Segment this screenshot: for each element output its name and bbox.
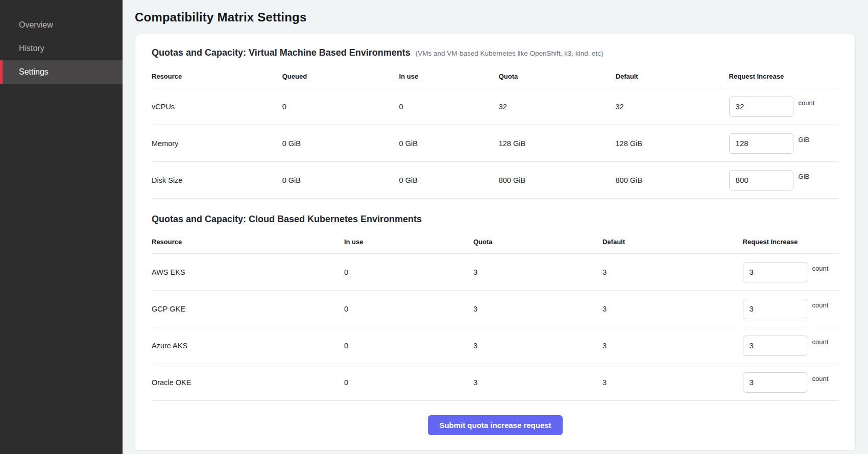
table-row: GCP GKE 0 3 3 count [152,291,839,327]
queued-value: 0 GiB [282,125,399,162]
vm-section-title: Quotas and Capacity: Virtual Machine Bas… [152,47,411,58]
in-use-value: 0 [399,88,499,125]
queued-value: 0 GiB [282,162,399,199]
oracle-oke-request-input[interactable] [743,372,807,393]
disk-size-request-input[interactable] [729,170,793,190]
default-value: 800 GiB [616,162,729,199]
table-row: Azure AKS 0 3 3 count [152,327,839,364]
resource-name: Azure AKS [152,327,344,364]
cloud-col-in-use: In use [344,230,473,254]
unit-label: GiB [799,136,810,144]
cloud-table-header-row: Resource In use Quota Default Request In… [152,230,839,254]
quota-value: 3 [473,327,602,364]
default-value: 3 [602,254,743,291]
vm-quota-table: Resource Queued In use Quota Default Req… [152,64,839,199]
table-row: Disk Size 0 GiB 0 GiB 800 GiB 800 GiB Gi… [152,162,839,199]
resource-name: Oracle OKE [152,364,344,401]
cloud-col-default: Default [602,230,743,254]
page-title: Compatibility Matrix Settings [135,10,856,25]
in-use-value: 0 [344,254,473,291]
resource-name: Memory [152,125,282,162]
resource-name: vCPUs [152,88,282,125]
in-use-value: 0 [344,364,473,401]
memory-request-input[interactable] [729,133,793,154]
quota-value: 32 [499,88,616,125]
table-row: Memory 0 GiB 0 GiB 128 GiB 128 GiB GiB [152,125,839,162]
table-row: Oracle OKE 0 3 3 count [152,364,839,401]
unit-label: count [812,338,829,346]
vm-col-default: Default [616,64,729,88]
quota-value: 3 [473,254,602,291]
resource-name: Disk Size [152,162,282,199]
sidebar-item-history[interactable]: History [0,37,123,60]
table-row: AWS EKS 0 3 3 count [152,254,839,291]
cloud-section-title: Quotas and Capacity: Cloud Based Kuberne… [152,214,422,225]
default-value: 3 [602,291,743,327]
unit-label: count [812,301,829,309]
vm-col-in-use: In use [399,64,499,88]
cloud-col-request-increase: Request Increase [743,230,839,254]
cloud-quota-table: Resource In use Quota Default Request In… [152,230,839,401]
unit-label: GiB [799,173,810,180]
resource-name: GCP GKE [152,291,344,327]
vm-col-quota: Quota [499,64,616,88]
default-value: 3 [602,364,743,401]
cloud-section-header: Quotas and Capacity: Cloud Based Kuberne… [152,214,839,225]
main-content: Compatibility Matrix Settings Quotas and… [123,0,868,454]
vm-section-header: Quotas and Capacity: Virtual Machine Bas… [152,47,839,58]
sidebar-item-overview[interactable]: Overview [0,13,123,37]
default-value: 32 [616,88,729,125]
quotas-card: Quotas and Capacity: Virtual Machine Bas… [135,34,856,451]
cloud-col-quota: Quota [473,230,602,254]
default-value: 128 GiB [616,125,729,162]
quota-value: 800 GiB [499,162,616,199]
vm-section-subtitle: (VMs and VM-based Kubernetes like OpenSh… [416,50,604,57]
submit-quota-increase-button[interactable]: Submit quota increase request [428,415,562,435]
vm-col-queued: Queued [282,64,399,88]
resource-name: AWS EKS [152,254,344,291]
quota-value: 3 [473,291,602,327]
submit-area: Submit quota increase request [152,415,839,435]
in-use-value: 0 GiB [399,125,499,162]
in-use-value: 0 GiB [399,162,499,199]
in-use-value: 0 [344,327,473,364]
vm-col-resource: Resource [152,64,282,88]
unit-label: count [812,375,829,383]
vcpus-request-input[interactable] [729,97,793,117]
default-value: 3 [602,327,743,364]
azure-aks-request-input[interactable] [743,336,807,356]
aws-eks-request-input[interactable] [743,262,807,282]
gcp-gke-request-input[interactable] [743,299,807,319]
vm-col-request-increase: Request Increase [729,64,839,88]
vm-table-header-row: Resource Queued In use Quota Default Req… [152,64,839,88]
in-use-value: 0 [344,291,473,327]
table-row: vCPUs 0 0 32 32 count [152,88,839,125]
cloud-col-resource: Resource [152,230,344,254]
quota-value: 128 GiB [499,125,616,162]
unit-label: count [812,265,829,272]
queued-value: 0 [282,88,399,125]
sidebar: Overview History Settings [0,0,123,454]
quota-value: 3 [473,364,602,401]
unit-label: count [799,99,815,107]
sidebar-item-settings[interactable]: Settings [0,60,123,84]
